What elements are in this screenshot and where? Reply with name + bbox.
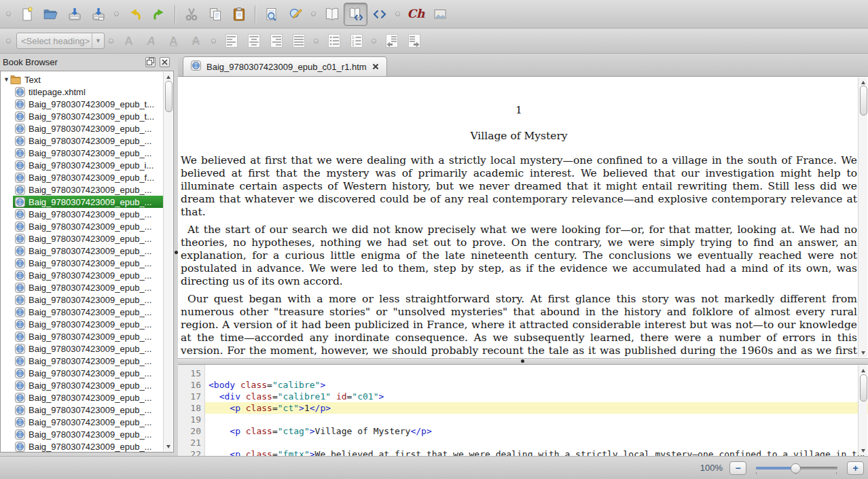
code-line[interactable]: <p class="ctag">Village of Mystery</p>: [209, 425, 868, 437]
tree-item[interactable]: Baig_9780307423009_epub_...: [13, 355, 164, 367]
tree-item[interactable]: Baig_9780307423009_epub_...: [13, 367, 164, 379]
italic-button[interactable]: A: [140, 31, 162, 51]
code-line[interactable]: <body class="calibre">: [209, 379, 868, 391]
book-browser-header: Book Browser: [0, 54, 174, 71]
numbered-list-button[interactable]: 123: [345, 31, 367, 51]
tree-item-label: Baig_9780307423009_epub_...: [29, 258, 151, 268]
bookview-scrollbar-thumb[interactable]: [860, 86, 867, 116]
tree-item[interactable]: Baig_9780307423009_epub_...: [13, 269, 164, 281]
tree-item[interactable]: Baig_9780307423009_epub_...: [13, 208, 164, 220]
heading-select[interactable]: <Select heading> ▼: [16, 33, 105, 49]
save-as-button[interactable]: [86, 3, 110, 26]
new-button[interactable]: [15, 3, 39, 26]
tree-item[interactable]: Baig_9780307423009_epub_...: [13, 232, 164, 245]
tree-item[interactable]: Baig_9780307423009_epub_...: [13, 440, 164, 453]
find-button[interactable]: [259, 3, 283, 26]
indent-button[interactable]: [403, 31, 425, 51]
code-lines[interactable]: <body class="calibre"> <div class="calib…: [205, 365, 868, 456]
tree-item[interactable]: Baig_9780307423009_epub_...: [13, 416, 164, 428]
tree-item-label: Baig_9780307423009_epub_...: [29, 393, 151, 403]
tree-item[interactable]: Baig_9780307423009_epub_...: [13, 135, 164, 147]
tree-item[interactable]: Baig_9780307423009_epub_t...: [13, 110, 164, 122]
zoom-slider-thumb[interactable]: [791, 463, 801, 474]
insert-image-button[interactable]: [428, 3, 452, 26]
strikethrough-button[interactable]: A: [185, 31, 207, 51]
tree-item[interactable]: Baig_9780307423009_epub_...: [13, 257, 164, 269]
expand-arrow-icon[interactable]: ▼: [3, 76, 10, 83]
tree-item[interactable]: Baig_9780307423009_epub_t...: [13, 98, 164, 110]
tree-folder-text[interactable]: ▼Text: [1, 73, 173, 86]
cut-button[interactable]: [179, 3, 203, 26]
underline-button[interactable]: A: [162, 31, 185, 51]
float-panel-button[interactable]: [145, 57, 156, 67]
tree-item[interactable]: Baig_9780307423009_epub_...: [13, 306, 164, 318]
tree-item[interactable]: Baig_9780307423009_epub_i...: [13, 159, 164, 171]
tree-item[interactable]: Baig_9780307423009_epub_...: [13, 391, 164, 404]
zoom-out-button[interactable]: −: [729, 461, 746, 475]
spellcheck-button[interactable]: [283, 3, 307, 26]
code-line[interactable]: <p class="ct">1</p>: [205, 402, 868, 414]
book-preview[interactable]: 1 Village of Mystery We believed at firs…: [178, 77, 868, 358]
save-button[interactable]: [62, 3, 86, 26]
outdent-button[interactable]: [380, 31, 403, 51]
tree-item[interactable]: Baig_9780307423009_epub_...: [13, 196, 164, 208]
code-line[interactable]: <p class="fmtx">We believed at first tha…: [209, 448, 868, 456]
align-justify-button[interactable]: [287, 31, 310, 51]
book-view-button[interactable]: [320, 3, 344, 26]
undo-button[interactable]: [123, 3, 147, 26]
tab-close-button[interactable]: [372, 62, 379, 72]
code-view-button[interactable]: [367, 3, 391, 26]
tree-item[interactable]: Baig_9780307423009_epub_...: [13, 342, 164, 355]
code-view[interactable]: 1516171819202122 <body class="calibre"> …: [178, 365, 868, 456]
redo-button[interactable]: [147, 3, 170, 26]
tree-item[interactable]: Baig_9780307423009_epub_...: [13, 183, 164, 196]
horizontal-splitter[interactable]: [178, 358, 868, 365]
paste-button[interactable]: [227, 3, 251, 26]
tree-item[interactable]: titlepage.xhtml: [13, 86, 164, 98]
tree-item[interactable]: Baig_9780307423009_epub_...: [13, 379, 164, 391]
close-panel-button[interactable]: [160, 57, 170, 67]
code-line[interactable]: [209, 414, 868, 425]
scroll-down-icon[interactable]: [858, 349, 867, 356]
tree-item-label: Baig_9780307423009_epub_...: [29, 295, 151, 305]
tree-scrollbar-thumb[interactable]: [165, 81, 173, 112]
toolbar-handle: [372, 39, 376, 43]
zoom-in-button[interactable]: +: [847, 461, 864, 475]
scroll-up-icon[interactable]: [164, 73, 173, 80]
codeview-scrollbar[interactable]: [858, 366, 867, 455]
tree-item[interactable]: Baig_9780307423009_epub_...: [13, 147, 164, 159]
tree-item[interactable]: Baig_9780307423009_epub_f...: [13, 171, 164, 183]
code-line[interactable]: <div class="calibre1" id="c01">: [209, 391, 868, 402]
align-center-button[interactable]: [242, 31, 265, 51]
tree-scrollbar[interactable]: [163, 72, 173, 451]
bold-button[interactable]: A: [117, 31, 140, 51]
tab-active[interactable]: Baig_9780307423009_epub_c01_r1.htm: [183, 56, 387, 76]
align-left-button[interactable]: [220, 31, 242, 51]
tree-item[interactable]: Baig_9780307423009_epub_...: [13, 220, 164, 232]
tree-item[interactable]: Baig_9780307423009_epub_...: [13, 294, 164, 306]
split-view-button[interactable]: [344, 3, 367, 26]
code-line[interactable]: [209, 437, 868, 448]
special-characters-button[interactable]: Ch: [404, 3, 428, 26]
scroll-down-icon[interactable]: [858, 447, 867, 454]
scroll-up-icon[interactable]: [858, 79, 867, 86]
bookview-scrollbar[interactable]: [858, 77, 867, 357]
tree-item[interactable]: Baig_9780307423009_epub_...: [13, 428, 164, 440]
tree-item[interactable]: Baig_9780307423009_epub_...: [13, 281, 164, 294]
align-right-button[interactable]: [265, 31, 287, 51]
scroll-down-icon[interactable]: [164, 443, 173, 450]
scroll-up-icon[interactable]: [858, 367, 867, 374]
bullet-list-button[interactable]: [323, 31, 345, 51]
tree-item[interactable]: Baig_9780307423009_epub_...: [13, 318, 164, 330]
align-justify-icon: [291, 33, 306, 48]
tree-item[interactable]: Baig_9780307423009_epub_...: [13, 404, 164, 416]
copy-button[interactable]: [203, 3, 227, 26]
zoom-slider[interactable]: [753, 461, 840, 476]
codeview-scrollbar-thumb[interactable]: [860, 374, 867, 402]
tree-item[interactable]: Baig_9780307423009_epub_...: [13, 330, 164, 342]
tree-item[interactable]: Baig_9780307423009_epub_...: [13, 122, 164, 135]
tree-item-label: Baig_9780307423009_epub_...: [29, 417, 151, 427]
tree-item[interactable]: Baig_9780307423009_epub_...: [13, 245, 164, 257]
code-line[interactable]: [209, 368, 868, 379]
open-button[interactable]: [39, 3, 62, 26]
